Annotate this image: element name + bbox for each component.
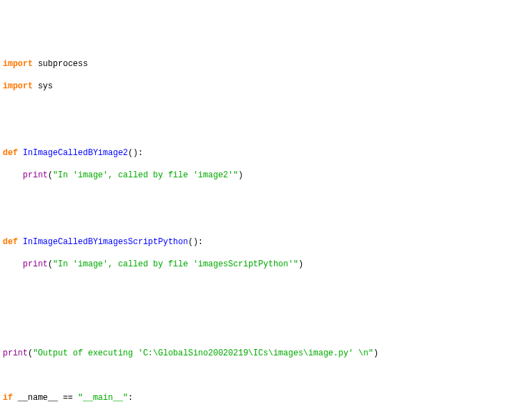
string: "__main__" xyxy=(78,393,128,402)
blank-line xyxy=(3,192,529,203)
paren: ( xyxy=(48,259,53,269)
colon: : xyxy=(138,148,143,158)
fn-print: print xyxy=(23,170,48,180)
fn-name: InImageCalledBYimage2 xyxy=(23,148,128,158)
code-line: import sys xyxy=(3,81,529,92)
dunder-name: __name__ xyxy=(18,393,58,402)
blank-line xyxy=(3,103,529,114)
kw-if: if xyxy=(3,393,13,402)
blank-line xyxy=(3,281,529,292)
blank-line xyxy=(3,214,529,225)
module: sys xyxy=(38,81,53,91)
paren: ) xyxy=(193,237,198,247)
kw-def: def xyxy=(3,148,18,158)
code-line: if __name__ == "__main__": xyxy=(3,392,529,402)
op: == xyxy=(58,393,78,402)
code-line: print("In 'image', called by file 'image… xyxy=(3,259,529,270)
fn-print: print xyxy=(3,348,28,358)
blank-line xyxy=(3,370,529,381)
colon: : xyxy=(198,237,203,247)
code-line: print("Output of executing 'C:\GlobalSin… xyxy=(3,348,529,359)
paren: ) xyxy=(238,170,243,180)
blank-line xyxy=(3,325,529,337)
paren: ) xyxy=(373,348,378,358)
kw-import: import xyxy=(3,59,33,69)
colon: : xyxy=(128,393,133,402)
blank-line xyxy=(3,125,529,136)
code-line: print("In 'image', called by file 'image… xyxy=(3,170,529,181)
paren: ) xyxy=(298,259,303,269)
fn-name: InImageCalledBYimagesScriptPython xyxy=(23,237,188,247)
module: subprocess xyxy=(38,59,88,69)
code-block: import subprocess import sys def InImage… xyxy=(3,47,529,402)
string: "Output of executing 'C:\GlobalSino20020… xyxy=(33,348,373,358)
string: "In 'image', called by file 'image2'" xyxy=(53,170,238,180)
code-line: def InImageCalledBYimage2(): xyxy=(3,147,529,159)
kw-import: import xyxy=(3,81,33,91)
fn-print: print xyxy=(23,259,48,269)
code-line: import subprocess xyxy=(3,58,529,70)
paren: ( xyxy=(188,237,193,247)
code-line: def InImageCalledBYimagesScriptPython(): xyxy=(3,236,529,248)
blank-line xyxy=(3,303,529,314)
string: "In 'image', called by file 'imagesScrip… xyxy=(53,259,298,269)
paren: ( xyxy=(48,170,53,180)
kw-def: def xyxy=(3,237,18,247)
